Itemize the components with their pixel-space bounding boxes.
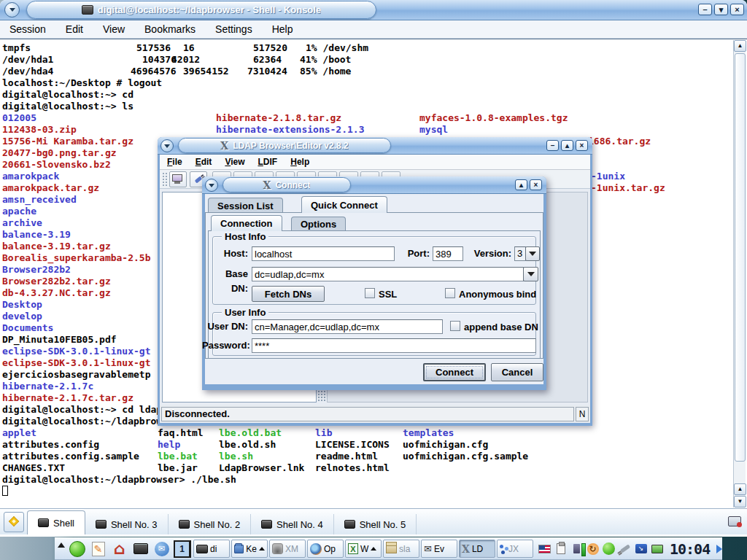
- window-menu-button[interactable]: [160, 139, 174, 152]
- menu-item-view[interactable]: View: [103, 23, 125, 35]
- launcher-home-folder[interactable]: ⌂: [109, 539, 129, 559]
- tray-kmix[interactable]: [569, 541, 584, 557]
- fetch-dns-button[interactable]: Fetch DNs: [252, 286, 325, 302]
- session-tab-shell-no-3[interactable]: Shell No. 3: [85, 514, 169, 534]
- append-base-dn-checkbox[interactable]: [450, 321, 460, 331]
- anonymous-bind-checkbox[interactable]: [445, 288, 455, 298]
- terminal-text-segment: 39654152: [183, 66, 229, 77]
- tray-klipper[interactable]: [553, 541, 568, 557]
- konsole-icon: [82, 5, 93, 15]
- taskbar-button-w[interactable]: XW: [345, 540, 382, 558]
- panel-clock[interactable]: 10:04: [667, 540, 713, 558]
- desktop-pager[interactable]: 1: [174, 540, 191, 558]
- panel-hide-left-icon[interactable]: [58, 539, 65, 548]
- terminal-text-segment: eclipse-SDK-3.0.1-linux-gt: [2, 346, 151, 357]
- window-menu-button[interactable]: [205, 179, 218, 192]
- session-list-icon[interactable]: [728, 516, 741, 526]
- scrollbar-thumb[interactable]: [735, 53, 746, 462]
- shade-button[interactable]: ▴: [561, 140, 573, 151]
- menu-item-settings[interactable]: Settings: [215, 23, 252, 35]
- pager-desktop-1[interactable]: 1: [175, 542, 190, 556]
- ssl-checkbox[interactable]: [365, 288, 375, 298]
- ldap-titlebar[interactable]: X LDAP Browser\Editor v2.8.2 – ▴ ×: [158, 137, 592, 155]
- scroll-up-icon[interactable]: ▲: [734, 40, 746, 52]
- menu-item-ldif[interactable]: LDIF: [258, 157, 278, 167]
- port-input[interactable]: [433, 246, 463, 261]
- tab-quick-connect[interactable]: Quick Connect: [301, 196, 387, 213]
- taskbar-button-xm[interactable]: XM: [269, 540, 306, 558]
- toolbar-grip[interactable]: [162, 172, 167, 187]
- base-dn-combo-button[interactable]: [523, 267, 538, 281]
- menu-item-help[interactable]: Help: [290, 157, 309, 167]
- scroll-up2-icon[interactable]: ▲: [734, 483, 746, 495]
- menu-item-file[interactable]: File: [167, 157, 182, 167]
- tray-update-applet[interactable]: ↻: [585, 541, 600, 557]
- minimize-button[interactable]: –: [698, 4, 712, 15]
- terminal-text-segment: 012005: [2, 112, 36, 123]
- window-menu-button[interactable]: [4, 2, 20, 18]
- scroll-down-icon[interactable]: ▼: [734, 496, 746, 508]
- connect-button[interactable]: Connect: [423, 363, 486, 381]
- menu-item-help[interactable]: Help: [272, 23, 293, 35]
- launcher-konsole[interactable]: [131, 539, 150, 559]
- password-input[interactable]: [252, 338, 536, 353]
- launcher-kontact[interactable]: ✉: [152, 539, 171, 559]
- tray-us-flag-keyboard[interactable]: [537, 541, 552, 557]
- menu-item-bookmarks[interactable]: Bookmarks: [144, 23, 196, 35]
- taskbar-button-di[interactable]: di: [193, 540, 230, 558]
- shade-button[interactable]: ▴: [515, 179, 527, 190]
- menu-item-edit[interactable]: Edit: [66, 23, 83, 35]
- launcher-knotes[interactable]: ✎: [88, 539, 108, 559]
- tray-screen-resize[interactable]: ↘: [633, 541, 649, 557]
- panel-hide-right-icon[interactable]: [716, 545, 727, 553]
- new-session-button[interactable]: [4, 512, 24, 532]
- ldap-menubar: FileEditViewLDIFHelp: [160, 155, 590, 170]
- host-input[interactable]: [252, 246, 395, 261]
- session-tab-label: Shell No. 4: [276, 519, 323, 530]
- close-button[interactable]: ×: [730, 4, 744, 15]
- session-tab-shell-no-4[interactable]: Shell No. 4: [251, 514, 334, 534]
- taskbar-button-ev[interactable]: ✉Ev: [421, 540, 457, 558]
- terminal-tab-icon: [344, 520, 355, 529]
- tray-suse-watcher[interactable]: [601, 541, 616, 557]
- version-combo-button[interactable]: [525, 246, 540, 261]
- terminal-scrollbar[interactable]: ▲ ▲ ▼: [733, 40, 746, 508]
- window-title: LDAP Browser\Editor v2.8.2: [233, 141, 349, 151]
- minimize-button[interactable]: –: [546, 140, 559, 151]
- tray-power-plug[interactable]: [617, 541, 632, 557]
- tab-options[interactable]: Options: [291, 217, 346, 231]
- menu-item-session[interactable]: Session: [9, 23, 46, 35]
- terminal-text-segment: hibernate-2.1.8.tar.gz: [216, 112, 341, 123]
- launcher-suse-menu[interactable]: [67, 539, 87, 559]
- session-tabbar: ShellShell No. 3Shell No. 2Shell No. 4Sh…: [0, 508, 747, 534]
- menu-item-edit[interactable]: Edit: [196, 157, 212, 167]
- terminal-text-segment: ejerciciosbasegravablemetp: [2, 369, 151, 380]
- update-applet-icon: ↻: [587, 543, 599, 555]
- taskbar-button-ke[interactable]: Ke: [231, 540, 268, 558]
- session-tab-shell-no-2[interactable]: Shell No. 2: [169, 514, 252, 534]
- session-tab-shell-no-5[interactable]: Shell No. 5: [334, 514, 417, 534]
- connect-titlebar[interactable]: X Connect ▴ ×: [202, 176, 546, 194]
- tray-display[interactable]: [649, 541, 665, 557]
- taskbar-button-ld[interactable]: XLD: [459, 540, 495, 558]
- tab-session-list[interactable]: Session List: [208, 198, 283, 213]
- version-value: 3: [514, 246, 526, 261]
- user-dn-input[interactable]: [252, 319, 443, 334]
- konsole-titlebar[interactable]: digital@localhost:~/ldapbrowser - Shell …: [0, 0, 747, 20]
- tab-connection[interactable]: Connection: [211, 215, 282, 231]
- menu-item-view[interactable]: View: [225, 157, 244, 167]
- xmms-icon: [272, 543, 283, 554]
- base-dn-input[interactable]: [252, 267, 524, 281]
- cancel-button[interactable]: Cancel: [491, 363, 543, 381]
- terminal-text-segment: lbe.jar: [158, 462, 198, 473]
- session-tab-shell[interactable]: Shell: [27, 510, 85, 534]
- taskbar-button-op[interactable]: Op: [307, 540, 344, 558]
- close-button[interactable]: ×: [530, 179, 542, 190]
- restore-button[interactable]: ▾: [714, 4, 728, 15]
- taskbar-button-jx[interactable]: JX: [497, 540, 533, 558]
- close-button[interactable]: ×: [576, 140, 588, 151]
- terminal-text-segment: uofmichigan.cfg.sample: [403, 451, 528, 462]
- terminal-text-segment: lbe.old.sh: [219, 439, 276, 450]
- taskbar-button-sla[interactable]: sla: [383, 540, 419, 558]
- connect-tool-button[interactable]: [169, 171, 187, 187]
